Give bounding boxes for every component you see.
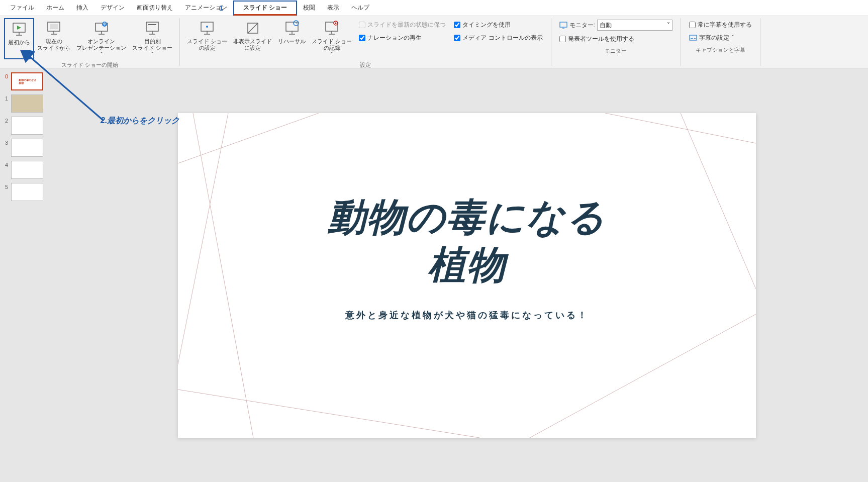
svg-rect-22	[286, 22, 298, 31]
thumbnail-slide-3[interactable]: 3	[2, 139, 63, 157]
thumbnail-slide-0[interactable]: 0動物の毒になる植物	[2, 72, 63, 90]
svg-rect-12	[146, 22, 158, 31]
dropdown-chevron-icon: ˅	[731, 34, 734, 41]
rehearse-label: リハーサル	[278, 38, 306, 45]
play-narration-checkbox[interactable]: ナレーションの再生	[359, 32, 446, 43]
use-timings-checkbox[interactable]: タイミングを使用	[454, 19, 542, 30]
record-slideshow-icon	[323, 19, 341, 37]
online-presentation-icon	[92, 19, 111, 37]
ribbon-group-monitors: モニター: 自動˅ 発表者ツールを使用する モニター	[551, 18, 681, 66]
svg-rect-5	[50, 24, 58, 29]
ribbon: 最初から 現在のスライドから オンラインプレゼンテーション ˅ 目的別スライド …	[0, 16, 868, 68]
svg-line-21	[248, 23, 258, 33]
from-current-label: 現在のスライドから	[37, 38, 70, 51]
record-slideshow-button[interactable]: スライド ショーの記録 ˅	[309, 18, 355, 59]
rehearse-timings-icon	[283, 19, 301, 37]
hide-slide-button[interactable]: 非表示スライドに設定	[230, 18, 275, 59]
svg-point-17	[206, 26, 208, 28]
setup-slideshow-button[interactable]: スライド ショーの設定	[184, 18, 230, 59]
svg-point-30	[335, 23, 337, 24]
svg-line-42	[178, 390, 479, 438]
dropdown-chevron-icon: ˅	[100, 51, 103, 58]
always-subtitles-checkbox[interactable]: 常に字幕を使用する	[689, 19, 752, 30]
monitors-group-label: モニター	[555, 45, 677, 55]
captions-group-label: キャプションと字幕	[685, 44, 756, 54]
ribbon-group-captions: 常に字幕を使用する 字幕の設定 ˅ キャプションと字幕	[681, 18, 760, 66]
slide-canvas-area: 動物の毒になる植物 意外と身近な植物が犬や猫の猛毒になっている！	[65, 68, 868, 482]
dropdown-chevron-icon: ˅	[151, 51, 154, 58]
svg-line-38	[178, 113, 319, 163]
tab-help[interactable]: ヘルプ	[345, 1, 375, 15]
tab-slideshow[interactable]: スライド ショー	[233, 1, 297, 16]
custom-show-label: 目的別スライド ショー	[132, 38, 172, 51]
start-group-label: スライド ショーの開始	[4, 59, 175, 69]
rehearse-button[interactable]: リハーサル	[275, 18, 309, 59]
custom-show-button[interactable]: 目的別スライド ショー ˅	[129, 18, 175, 59]
monitor-label: モニター:	[569, 21, 595, 30]
slide-thumbnails-panel[interactable]: 0動物の毒になる植物 1 2 3 4 5	[0, 68, 65, 482]
svg-rect-35	[690, 35, 697, 40]
play-from-start-icon	[10, 20, 28, 38]
svg-line-44	[193, 113, 253, 438]
thumbnail-slide-4[interactable]: 4	[2, 161, 63, 179]
tab-review[interactable]: 校閲	[297, 1, 321, 15]
tab-animations[interactable]: アニメーション	[179, 1, 233, 15]
online-presentation-label: オンラインプレゼンテーション	[76, 38, 126, 51]
from-current-button[interactable]: 現在のスライドから	[34, 18, 73, 59]
monitor-select-row: モニター: 自動˅	[559, 19, 672, 31]
tab-home[interactable]: ホーム	[40, 1, 70, 15]
monitor-icon	[559, 21, 567, 29]
monitor-select[interactable]: 自動˅	[597, 20, 672, 31]
svg-line-40	[605, 113, 756, 143]
show-media-controls-checkbox[interactable]: メディア コントロールの表示	[454, 32, 542, 43]
thumbnail-slide-5[interactable]: 5	[2, 183, 63, 201]
menu-bar: ファイル ホーム 挿入 デザイン 画面切り替え アニメーション 1 スライド シ…	[0, 0, 868, 16]
svg-rect-13	[148, 24, 156, 25]
annotation-label-2: 2.最初からをクリック	[101, 116, 179, 126]
chevron-down-icon: ˅	[667, 22, 670, 29]
from-beginning-label: 最初から	[8, 39, 30, 46]
tab-transitions[interactable]: 画面切り替え	[131, 1, 179, 15]
play-from-current-icon	[45, 19, 63, 37]
ribbon-group-setup: スライド ショーの設定 非表示スライドに設定 リハーサル スライド ショーの記録…	[180, 18, 551, 66]
tab-design[interactable]: デザイン	[94, 1, 131, 15]
tab-insert[interactable]: 挿入	[70, 1, 94, 15]
tab-file[interactable]: ファイル	[4, 1, 40, 15]
setup-group-label: 設定	[184, 59, 546, 69]
svg-line-39	[178, 113, 228, 364]
hide-slide-label: 非表示スライドに設定	[233, 38, 272, 51]
setup-show-label: スライド ショーの設定	[187, 38, 227, 51]
setup-slideshow-icon	[198, 19, 216, 37]
subtitle-settings-icon	[689, 34, 697, 42]
custom-slideshow-icon	[143, 19, 161, 37]
presenter-view-checkbox[interactable]: 発表者ツールを使用する	[559, 33, 672, 44]
subtitle-settings-button[interactable]: 字幕の設定 ˅	[689, 32, 752, 43]
dropdown-chevron-icon: ˅	[330, 51, 333, 58]
thumbnail-slide-1[interactable]: 1	[2, 94, 63, 113]
svg-line-43	[530, 314, 756, 438]
keep-updated-checkbox[interactable]: スライドを最新の状態に保つ	[359, 19, 446, 30]
online-presentation-button[interactable]: オンラインプレゼンテーション ˅	[73, 18, 129, 59]
svg-marker-1	[17, 26, 21, 30]
hide-slide-icon	[244, 19, 262, 37]
svg-rect-33	[560, 22, 567, 27]
from-beginning-button[interactable]: 最初から	[4, 18, 34, 59]
svg-line-41	[681, 113, 756, 289]
slide-canvas[interactable]: 動物の毒になる植物 意外と身近な植物が犬や猫の猛毒になっている！	[178, 113, 756, 438]
ribbon-group-start: 最初から 現在のスライドから オンラインプレゼンテーション ˅ 目的別スライド …	[0, 18, 180, 66]
record-label: スライド ショーの記録	[312, 38, 352, 51]
thumbnail-slide-2[interactable]: 2	[2, 117, 63, 135]
tab-view[interactable]: 表示	[321, 1, 345, 15]
annotation-number-1: 1	[219, 4, 223, 12]
workspace: 0動物の毒になる植物 1 2 3 4 5 動物の毒になる植物 意外と身近な植物が…	[0, 68, 868, 482]
